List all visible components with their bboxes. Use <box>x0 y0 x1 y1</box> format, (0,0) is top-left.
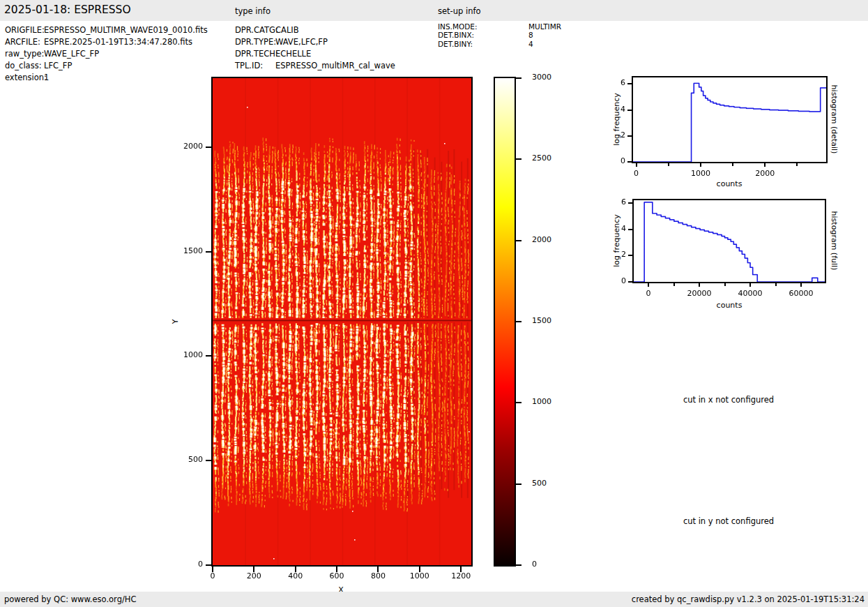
meta-value: 4 <box>528 40 533 48</box>
meta-value: MULTIMR <box>528 22 561 31</box>
footer-right-text: created by qc_rawdisp.py v1.2.3 on 2025-… <box>632 594 865 604</box>
hist-x-tick <box>636 163 637 167</box>
hist-full-x-label: counts <box>717 301 743 310</box>
main-x-tick-label: 1000 <box>402 571 437 580</box>
meta-value: ESPRESSO_MULTIMR_WAVE019_0010.fits <box>44 25 208 35</box>
main-x-tick-label: 600 <box>319 571 354 580</box>
main-y-tick <box>206 251 211 253</box>
meta-label: DPR.TECH: <box>235 49 275 59</box>
cut-x-message: cut in x not configured <box>648 395 809 405</box>
main-y-tick <box>206 147 211 148</box>
meta-label: extension: <box>5 73 44 82</box>
hist-x-tick-label: 60000 <box>780 289 822 298</box>
hist-x-tick-label: 2000 <box>744 169 786 178</box>
main-x-tick-label: 800 <box>360 571 395 580</box>
main-y-tick <box>206 460 211 461</box>
meta-row: DET.BINY:4 <box>438 40 533 48</box>
hist-x-tick-label: 0 <box>627 289 669 298</box>
main-y-tick-label: 1500 <box>171 246 203 255</box>
meta-label: do_class: <box>5 61 44 70</box>
main-y-axis-label: Y <box>171 320 180 324</box>
hist-x-tick <box>648 283 649 287</box>
main-y-tick-label: 2000 <box>171 142 203 151</box>
meta-value: WAVE_LFC_FP <box>44 49 99 59</box>
meta-row: ORIGFILE:ESPRESSO_MULTIMR_WAVE019_0010.f… <box>5 25 208 35</box>
meta-row: DPR.CATG:CALIB <box>235 25 299 35</box>
hist-x-tick-label: 40000 <box>729 289 771 298</box>
hist-x-tick <box>700 163 701 167</box>
raw-frame-image <box>211 77 473 567</box>
hist-y-tick <box>628 255 632 256</box>
hist-full-y-label: log frequency <box>612 214 621 267</box>
meta-value: 1 <box>44 73 49 82</box>
hist-y-tick <box>628 202 632 204</box>
footer-left-text: powered by QC: www.eso.org/HC <box>4 594 136 604</box>
colorbar-tick-label: 3000 <box>532 73 551 82</box>
header-bar: 2025-01-18: ESPRESSO type info set-up in… <box>0 0 868 21</box>
hist-y-tick-label: 2 <box>607 250 626 259</box>
meta-label: ARCFILE: <box>5 37 44 47</box>
hist-detail-side-label: histogram (detail) <box>830 85 839 154</box>
setup-info-heading: set-up info <box>438 6 481 16</box>
hist-x-tick-label: 1000 <box>680 169 722 178</box>
meta-label: ORIGFILE: <box>5 25 44 35</box>
meta-row: DPR.TYPE:WAVE,LFC,FP <box>235 37 328 47</box>
colorbar-tick <box>516 321 521 322</box>
meta-label: INS.MODE: <box>438 22 528 31</box>
hist-x-tick-minor <box>668 163 669 166</box>
histogram-detail-canvas <box>632 76 828 163</box>
hist-x-tick <box>749 283 751 287</box>
hist-y-tick <box>627 83 632 84</box>
main-x-tick-label: 1200 <box>443 571 478 580</box>
meta-value: ECHELLE <box>275 49 311 59</box>
page-title: 2025-01-18: ESPRESSO <box>4 3 131 16</box>
meta-label: DET.BINX: <box>438 31 528 39</box>
hist-x-tick <box>764 163 766 167</box>
colorbar-tick-label: 2000 <box>532 235 551 244</box>
meta-row: ARCFILE:ESPRE.2025-01-19T13:34:47.280.fi… <box>5 37 192 47</box>
colorbar-gradient <box>494 77 516 567</box>
colorbar-tick-label: 500 <box>532 479 547 488</box>
hist-x-tick-minor <box>732 163 733 166</box>
hist-y-tick-label: 2 <box>607 130 625 140</box>
meta-row: DET.BINX:8 <box>438 31 533 39</box>
meta-value: 8 <box>528 31 533 39</box>
colorbar-tick-label: 2500 <box>532 153 551 163</box>
histogram-full-panel: log frequency counts histogram (full) 02… <box>607 193 868 315</box>
colorbar-tick-label: 0 <box>532 560 537 569</box>
meta-value: ESPRE.2025-01-19T13:34:47.280.fits <box>44 37 192 47</box>
hist-x-tick-minor <box>724 283 726 286</box>
hist-detail-x-label: counts <box>717 179 743 188</box>
hist-x-tick-label: 20000 <box>678 289 720 298</box>
hist-x-tick <box>699 283 700 287</box>
hist-y-tick-label: 6 <box>607 197 626 207</box>
main-y-tick <box>206 564 211 566</box>
colorbar-tick <box>516 240 521 241</box>
meta-row: do_class:LFC_FP <box>5 61 72 70</box>
colorbar-tick-label: 1000 <box>532 397 551 406</box>
meta-value: CALIB <box>275 25 299 35</box>
hist-y-tick <box>627 161 632 163</box>
cut-y-message: cut in y not configured <box>648 516 809 526</box>
hist-x-tick <box>800 283 802 287</box>
hist-x-tick-minor <box>673 283 675 286</box>
colorbar-tick <box>516 77 521 79</box>
meta-label: DPR.TYPE: <box>235 37 275 47</box>
colorbar-tick <box>516 564 521 566</box>
hist-y-tick <box>628 281 632 283</box>
hist-y-tick-label: 6 <box>607 78 625 87</box>
colorbar-tick-label: 1500 <box>532 316 551 325</box>
meta-label: raw_type: <box>5 49 44 59</box>
hist-x-tick-label: 0 <box>616 169 657 178</box>
colorbar-tick <box>516 484 521 485</box>
hist-y-tick-label: 4 <box>607 224 626 233</box>
colorbar: 050010001500200025003000 <box>492 70 569 572</box>
hist-y-tick <box>627 135 632 137</box>
hist-y-tick-label: 0 <box>607 156 625 165</box>
main-x-tick-label: 200 <box>236 571 271 580</box>
hist-x-tick-minor <box>775 283 777 286</box>
main-x-tick-label: 0 <box>195 571 230 580</box>
type-info-heading: type info <box>235 6 271 16</box>
main-y-tick-label: 1000 <box>171 350 203 359</box>
hist-y-tick-label: 0 <box>607 276 626 285</box>
